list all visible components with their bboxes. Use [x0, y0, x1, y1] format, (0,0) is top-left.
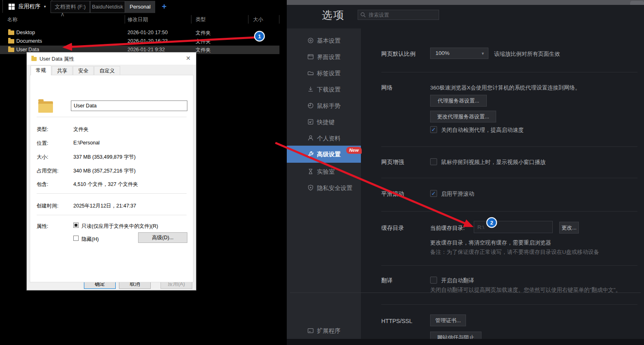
sidebar-item-download[interactable]: 下载设置 [287, 81, 361, 98]
sidebar-item-label: 扩展程序 [317, 327, 341, 335]
auto-translate-checkbox[interactable] [430, 277, 437, 284]
sidebar-item-tabs[interactable]: 标签设置 [287, 65, 361, 81]
sidebar-item-label: 标签设置 [317, 70, 341, 77]
file-list-header: ᐱ 名称 修改日期 类型 大小 [0, 13, 279, 25]
file-name: User Data [16, 47, 39, 52]
sidebar-item-privacy[interactable]: 隐私安全设置 [287, 180, 361, 196]
file-type: 文件夹 [196, 30, 211, 37]
section-divider [381, 178, 637, 178]
new-tab-button[interactable]: + [158, 1, 170, 13]
dialog-tabs: 常规 共享 安全 自定义 [31, 66, 121, 75]
sidebar-item-basic[interactable]: 基本设置 [287, 33, 361, 49]
sidebar-item-label: 快捷键 [317, 118, 335, 126]
file-row-desktop[interactable]: Desktop 2026-01-20 17:50 文件夹 [0, 28, 279, 37]
manage-certificates-button[interactable]: 管理证书... [430, 314, 466, 326]
sidebar-item-shortcuts[interactable]: 快捷键 [287, 114, 361, 130]
extensions-icon [307, 327, 314, 334]
tab-personal[interactable]: Personal [125, 1, 155, 13]
disable-proxy-detect-label: 关闭自动检测代理，提高启动速度 [441, 127, 524, 134]
settings-panel: 选项 基本设置 界面设置 标签设置 下载设置 鼠标手势 快捷键 [287, 0, 644, 345]
dialog-titlebar[interactable]: User Data 属性 ✕ [27, 52, 196, 65]
tab-icon [307, 70, 314, 76]
sidebar-item-label: 高级设置 [317, 151, 341, 158]
sidebar-item-interface[interactable]: 界面设置 [287, 49, 361, 65]
zoom-row-note: 该缩放比例对所有页面生效 [494, 50, 560, 58]
app-menu-button[interactable]: 应用程序 ▾ [2, 0, 52, 13]
tab-sharing[interactable]: 共享 [52, 66, 73, 75]
section-divider [381, 211, 637, 212]
tab-security[interactable]: 安全 [73, 66, 94, 75]
column-name[interactable]: 名称 [7, 16, 18, 23]
sidebar-item-profile[interactable]: 个人资料 [287, 130, 361, 146]
section-divider [381, 265, 637, 266]
tab-docs-f[interactable]: 文档资料 (F:) [51, 1, 90, 13]
sidebar-item-mouse-gesture[interactable]: 鼠标手势 [287, 98, 361, 114]
settings-title: 选项 [322, 8, 345, 22]
column-date[interactable]: 修改日期 [127, 16, 148, 23]
tab-general[interactable]: 常规 [31, 66, 51, 75]
current-cache-dir-label: 当前缓存目录: [430, 225, 465, 232]
proxy-settings-button[interactable]: 代理服务器设置... [430, 95, 487, 107]
tab-customize[interactable]: 自定义 [94, 66, 120, 75]
folder-name-input[interactable] [71, 100, 187, 111]
file-date: 2026-01-20 17:50 [127, 30, 168, 35]
column-type[interactable]: 类型 [196, 16, 206, 23]
column-size[interactable]: 大小 [253, 16, 263, 23]
file-date: 2026-01-20 16:23 [127, 38, 168, 44]
field-label: 大小: [37, 154, 48, 161]
wrench-icon [307, 151, 314, 157]
gear-icon [307, 37, 314, 44]
indeterminate-mark [75, 224, 77, 227]
sidebar-item-lab[interactable]: 实验室 [287, 164, 361, 180]
zoom-row-label: 网页默认比例 [381, 50, 415, 58]
sidebar-item-label: 鼠标手势 [317, 102, 341, 110]
sidebar-item-extensions[interactable]: 扩展程序 [287, 323, 361, 339]
column-divider [279, 15, 279, 24]
file-type: 文件夹 [196, 47, 211, 54]
hidden-label: 隐藏(H) [81, 236, 99, 243]
enhance-label: 网页增强 [381, 159, 404, 166]
chevron-down-icon: ▾ [481, 48, 484, 59]
video-popup-checkbox[interactable] [430, 158, 437, 165]
bottom-strip [287, 339, 644, 345]
advanced-button[interactable]: 高级(D)... [138, 232, 187, 243]
readonly-checkbox[interactable] [73, 223, 79, 228]
change-cache-dir-button[interactable]: 更改... [559, 222, 579, 234]
divider [37, 117, 187, 117]
change-proxy-button[interactable]: 更改代理服务器设置... [430, 111, 496, 122]
cache-note-2: 备注：为了保证缓存正常读写，请不要将缓存目录设在U盘或移动设备 [430, 249, 599, 256]
search-input[interactable] [358, 10, 439, 20]
field-value: E:\Personal [73, 140, 100, 146]
app-menu-label: 应用程序 [18, 3, 40, 10]
column-divider [191, 15, 191, 24]
field-label: 类型: [37, 126, 48, 133]
tab-baidunetdisk[interactable]: BaiduNetdisk [90, 1, 125, 13]
windows-logo-icon [9, 4, 15, 10]
sidebar-item-label: 实验室 [317, 168, 335, 176]
field-value: 文件夹 [73, 126, 89, 133]
file-name: Documents [16, 38, 42, 44]
file-manager-topbar: 应用程序 ▾ 文档资料 (F:) BaiduNetdisk Personal + [0, 0, 287, 13]
field-label: 占用空间: [37, 168, 58, 175]
hourglass-icon [307, 168, 314, 175]
file-name: Desktop [16, 30, 35, 35]
shortcut-key-icon [307, 118, 314, 125]
close-icon[interactable]: ✕ [185, 55, 192, 61]
new-badge: New [346, 147, 362, 154]
readonly-label: 只读(仅应用于文件夹中的文件)(R) [81, 223, 158, 230]
download-icon [307, 86, 314, 93]
zoom-select[interactable]: 100% ▾ [430, 48, 488, 59]
smooth-scroll-checkbox[interactable]: ✓ [430, 190, 437, 197]
folder-icon [8, 31, 14, 35]
folder-icon [8, 48, 14, 52]
hidden-checkbox[interactable] [73, 236, 79, 241]
cache-dir-input[interactable] [474, 221, 553, 233]
cache-note-1: 更改缓存目录，将清空现有缓存，需要重启浏览器 [430, 239, 551, 247]
video-popup-label: 鼠标停留到视频上时，显示视频小窗口播放 [441, 159, 546, 166]
field-label: 包含: [37, 181, 48, 188]
sort-asc-icon: ᐱ [61, 13, 64, 17]
file-row-documents[interactable]: Documents 2026-01-20 16:23 文件夹 [0, 37, 279, 46]
disable-proxy-detect-checkbox[interactable]: ✓ [430, 126, 437, 133]
file-type: 文件夹 [196, 38, 211, 45]
translate-label: 翻译 [381, 277, 393, 284]
